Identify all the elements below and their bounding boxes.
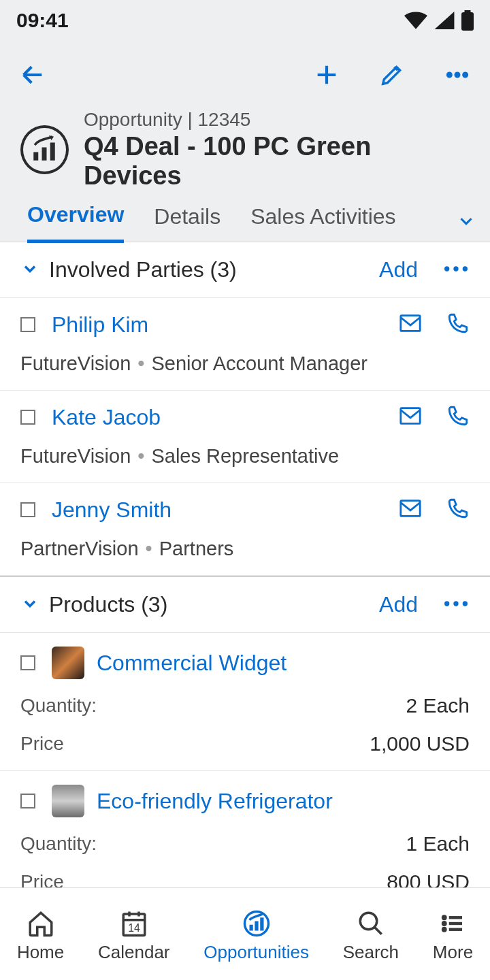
nav-opportunities[interactable]: Opportunities bbox=[203, 909, 309, 963]
add-product-button[interactable]: Add bbox=[379, 592, 418, 617]
svg-point-8 bbox=[444, 266, 449, 271]
party-row[interactable]: Jenny Smith PartnerVision•Partners bbox=[0, 483, 490, 576]
chevron-down-icon[interactable] bbox=[20, 259, 39, 281]
svg-rect-21 bbox=[255, 921, 258, 931]
svg-rect-11 bbox=[401, 316, 420, 331]
svg-rect-7 bbox=[50, 143, 55, 161]
nav-calendar[interactable]: 14 Calendar bbox=[98, 909, 170, 963]
bottom-nav: Home 14 Calendar Opportunities Search Mo… bbox=[0, 887, 490, 980]
phone-icon[interactable] bbox=[446, 312, 470, 338]
battery-icon bbox=[461, 10, 474, 31]
title-block: Opportunity | 12345 Q4 Deal - 100 PC Gre… bbox=[0, 109, 490, 203]
svg-point-2 bbox=[447, 72, 452, 77]
checkbox[interactable] bbox=[20, 502, 35, 517]
section-header-products: Products (3) Add bbox=[0, 576, 490, 633]
header-area: Opportunity | 12345 Q4 Deal - 100 PC Gre… bbox=[0, 41, 490, 242]
svg-point-23 bbox=[360, 913, 377, 930]
svg-point-14 bbox=[444, 601, 449, 606]
svg-rect-12 bbox=[401, 408, 420, 424]
cellular-icon bbox=[434, 12, 455, 29]
nav-search[interactable]: Search bbox=[343, 909, 399, 963]
tabs-overflow-button[interactable] bbox=[456, 211, 476, 234]
price-value: 1,000 USD bbox=[370, 732, 470, 755]
svg-point-16 bbox=[463, 601, 468, 606]
svg-rect-1 bbox=[461, 12, 474, 31]
nav-more[interactable]: More bbox=[433, 909, 473, 963]
quantity-label: Quantity: bbox=[20, 833, 97, 855]
party-subtitle: FutureVision•Sales Representative bbox=[20, 445, 470, 468]
svg-point-3 bbox=[455, 72, 459, 77]
status-bar: 09:41 bbox=[0, 0, 490, 41]
checkbox[interactable] bbox=[20, 655, 35, 670]
phone-icon[interactable] bbox=[446, 404, 470, 430]
nav-label: Home bbox=[17, 942, 64, 963]
toolbar bbox=[0, 41, 490, 109]
object-eyebrow: Opportunity | 12345 bbox=[84, 109, 470, 131]
svg-point-15 bbox=[453, 601, 458, 606]
svg-point-25 bbox=[443, 922, 446, 925]
nav-label: Opportunities bbox=[203, 942, 309, 963]
quantity-value: 1 Each bbox=[406, 832, 470, 855]
chevron-down-icon[interactable] bbox=[20, 594, 39, 616]
party-name-link[interactable]: Philip Kim bbox=[52, 312, 399, 338]
svg-rect-6 bbox=[42, 148, 47, 161]
svg-point-9 bbox=[453, 266, 458, 271]
product-thumbnail bbox=[52, 647, 84, 679]
svg-text:14: 14 bbox=[128, 922, 140, 934]
product-name-link[interactable]: Eco-friendly Refrigerator bbox=[97, 789, 333, 814]
page-title: Q4 Deal - 100 PC Green Devices bbox=[84, 132, 470, 191]
party-subtitle: FutureVision•Senior Account Manager bbox=[20, 353, 470, 375]
nav-label: Calendar bbox=[98, 942, 170, 963]
email-icon[interactable] bbox=[399, 497, 422, 523]
section-title: Involved Parties (3) bbox=[49, 257, 379, 282]
svg-point-26 bbox=[443, 928, 446, 931]
party-row[interactable]: Kate Jacob FutureVision•Sales Representa… bbox=[0, 391, 490, 483]
email-icon[interactable] bbox=[399, 312, 422, 338]
section-header-involved-parties: Involved Parties (3) Add bbox=[0, 242, 490, 298]
party-name-link[interactable]: Kate Jacob bbox=[52, 405, 399, 430]
checkbox[interactable] bbox=[20, 410, 35, 425]
svg-rect-20 bbox=[249, 925, 252, 931]
svg-point-10 bbox=[463, 266, 468, 271]
quantity-label: Quantity: bbox=[20, 695, 97, 717]
edit-button[interactable] bbox=[376, 59, 408, 91]
status-time: 09:41 bbox=[16, 9, 69, 32]
product-thumbnail bbox=[52, 785, 84, 817]
phone-icon[interactable] bbox=[446, 497, 470, 523]
nav-home[interactable]: Home bbox=[17, 909, 64, 963]
section-more-button[interactable] bbox=[442, 598, 470, 612]
tab-sales-activities[interactable]: Sales Activities bbox=[250, 204, 395, 242]
more-button[interactable] bbox=[441, 59, 474, 91]
tab-overview[interactable]: Overview bbox=[27, 202, 124, 243]
checkbox[interactable] bbox=[20, 794, 35, 808]
price-label: Price bbox=[20, 733, 64, 755]
tab-bar: Overview Details Sales Activities Accoun… bbox=[0, 203, 490, 242]
party-subtitle: PartnerVision•Partners bbox=[20, 538, 470, 560]
opportunity-icon bbox=[20, 125, 69, 174]
email-icon[interactable] bbox=[399, 404, 422, 430]
tab-details[interactable]: Details bbox=[154, 204, 220, 242]
checkbox[interactable] bbox=[20, 317, 35, 332]
nav-label: Search bbox=[343, 942, 399, 963]
svg-rect-0 bbox=[465, 10, 471, 12]
svg-point-4 bbox=[463, 72, 468, 77]
party-name-link[interactable]: Jenny Smith bbox=[52, 497, 399, 523]
back-button[interactable] bbox=[16, 59, 49, 91]
product-name-link[interactable]: Commercial Widget bbox=[97, 651, 287, 676]
quantity-value: 2 Each bbox=[406, 694, 470, 717]
section-title: Products (3) bbox=[49, 592, 379, 617]
add-button[interactable] bbox=[310, 59, 343, 91]
party-row[interactable]: Philip Kim FutureVision•Senior Account M… bbox=[0, 298, 490, 391]
svg-rect-22 bbox=[260, 917, 263, 930]
wifi-icon bbox=[404, 12, 427, 29]
svg-rect-5 bbox=[34, 152, 39, 161]
product-row[interactable]: Commercial Widget Quantity: 2 Each Price… bbox=[0, 633, 490, 771]
section-more-button[interactable] bbox=[442, 263, 470, 277]
svg-point-24 bbox=[443, 917, 446, 919]
status-icons bbox=[404, 10, 474, 31]
add-involved-party-button[interactable]: Add bbox=[379, 257, 418, 282]
nav-label: More bbox=[433, 942, 473, 963]
svg-rect-13 bbox=[401, 501, 420, 517]
